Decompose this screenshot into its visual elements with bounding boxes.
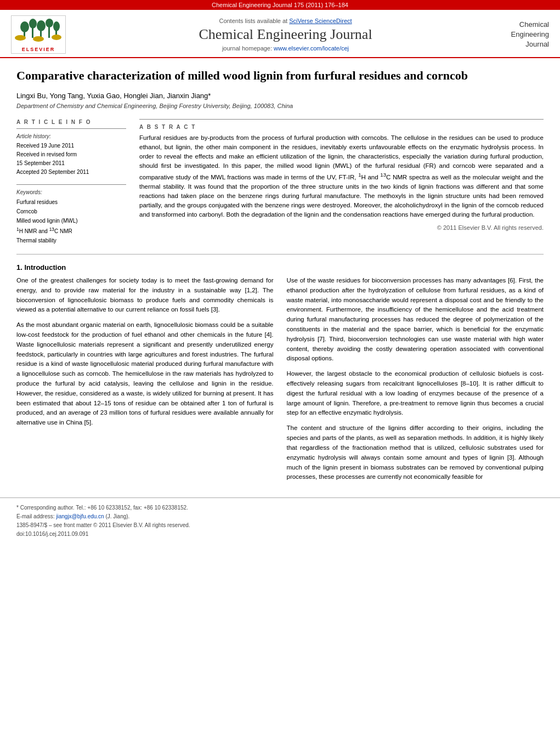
- svg-rect-7: [32, 27, 33, 38]
- journal-title: Chemical Engineering Journal: [77, 26, 494, 43]
- journal-side-title: Chemical Engineering Journal: [494, 20, 549, 50]
- keyword-3: Milled wood lignin (MWL): [16, 216, 126, 225]
- svg-point-3: [37, 20, 46, 31]
- journal-header-center: Contents lists available at SciVerse Sci…: [77, 18, 494, 52]
- svg-point-4: [46, 19, 53, 27]
- svg-point-1: [20, 21, 29, 32]
- authors: Lingxi Bu, Yong Tang, Yuxia Gao, Honglei…: [16, 92, 544, 100]
- intro-heading: 1. Introduction: [16, 263, 544, 271]
- accepted: Accepted 20 September 2011: [16, 168, 126, 177]
- abstract-col: A B S T R A C T Furfural residues are by…: [139, 119, 544, 245]
- intro-para-5: The content and structure of the lignins…: [287, 423, 544, 482]
- sciverse-prefix: Contents lists available at: [219, 18, 289, 24]
- footnote-issn: 1385-8947/$ – see front matter © 2011 El…: [16, 521, 544, 530]
- intro-two-col: One of the greatest challenges for socie…: [16, 276, 544, 488]
- page-wrapper: Chemical Engineering Journal 175 (2011) …: [0, 0, 560, 741]
- intro-para-2: As the most abundant organic material on…: [16, 320, 274, 428]
- intro-right-col: Use of the waste residues for bioconvers…: [287, 276, 544, 488]
- copyright-line: © 2011 Elsevier B.V. All rights reserved…: [139, 224, 544, 231]
- article-title: Comparative characterization of milled w…: [16, 68, 544, 84]
- abstract-box: A B S T R A C T Furfural residues are by…: [139, 119, 544, 231]
- doi-line: doi:10.1016/j.cej.2011.09.091: [16, 531, 88, 537]
- abstract-text: Furfural residues are by-products from t…: [139, 133, 544, 220]
- keyword-4: 1H NMR and 13C NMR: [16, 225, 126, 236]
- side-title-line2: Engineering: [511, 30, 549, 38]
- svg-point-12: [33, 36, 44, 42]
- journal-top-bar: Chemical Engineering Journal 175 (2011) …: [0, 0, 560, 10]
- footer-area: * Corresponding author. Tel.: +86 10 623…: [0, 497, 560, 542]
- homepage-prefix: journal homepage:: [222, 45, 274, 52]
- svg-point-11: [15, 35, 26, 41]
- article-content: Comparative characterization of milled w…: [0, 58, 560, 493]
- received-2: Received in revised form: [16, 150, 126, 159]
- elsevier-tree-icon: [14, 17, 63, 46]
- email-name: (J. Jiang).: [105, 513, 129, 519]
- article-history-box: Article history: Received 19 June 2011 R…: [16, 128, 126, 177]
- intro-para-3: Use of the waste residues for bioconvers…: [287, 276, 544, 364]
- email-address[interactable]: jiangjx@bjfu.edu.cn: [56, 513, 104, 519]
- footnote-corresponding: * Corresponding author. Tel.: +86 10 623…: [16, 504, 544, 512]
- journal-header: ELSEVIER Contents lists available at Sci…: [0, 10, 560, 58]
- sciverse-link[interactable]: Contents lists available at SciVerse Sci…: [77, 18, 494, 24]
- keyword-2: Corncob: [16, 207, 126, 216]
- journal-citation: Chemical Engineering Journal 175 (2011) …: [212, 2, 348, 8]
- elsevier-logo: ELSEVIER: [11, 15, 66, 54]
- sciverse-link-text[interactable]: SciVerse ScienceDirect: [289, 18, 352, 24]
- svg-point-13: [52, 35, 61, 40]
- homepage-url[interactable]: www.elsevier.com/locate/cej: [274, 45, 349, 52]
- side-title-line1: Chemical: [519, 20, 549, 29]
- elsevier-brand-text: ELSEVIER: [22, 47, 55, 52]
- journal-homepage: journal homepage: www.elsevier.com/locat…: [77, 45, 494, 52]
- svg-point-5: [53, 21, 60, 31]
- received-2-date: 15 September 2011: [16, 159, 126, 168]
- footnote-email: E-mail address: jiangjx@bjfu.edu.cn (J. …: [16, 512, 544, 521]
- abstract-label: A B S T R A C T: [139, 124, 544, 130]
- keywords-box: Keywords: Furfural residues Corncob Mill…: [16, 184, 126, 245]
- side-title-line3: Journal: [525, 40, 549, 48]
- star-note: * Corresponding author. Tel.: +86 10 623…: [16, 505, 188, 511]
- keyword-1: Furfural residues: [16, 197, 126, 207]
- svg-rect-9: [48, 27, 50, 38]
- intro-para-4: However, the largest obstacle to the eco…: [287, 369, 544, 418]
- received-1: Received 19 June 2011: [16, 142, 126, 150]
- issn-line: 1385-8947/$ – see front matter © 2011 El…: [16, 522, 190, 528]
- svg-point-2: [29, 19, 37, 29]
- intro-para-1: One of the greatest challenges for socie…: [16, 276, 274, 315]
- introduction-section: 1. Introduction One of the greatest chal…: [16, 263, 544, 488]
- email-label: E-mail address:: [16, 513, 54, 519]
- affiliation: Department of Chemistry and Chemical Eng…: [16, 103, 544, 109]
- article-info-col: A R T I C L E I N F O Article history: R…: [16, 119, 126, 245]
- article-info-label: A R T I C L E I N F O: [16, 119, 126, 125]
- keyword-5: Thermal stability: [16, 236, 126, 245]
- keywords-label: Keywords:: [16, 189, 126, 195]
- footnote-doi: doi:10.1016/j.cej.2011.09.091: [16, 530, 544, 539]
- history-label: Article history:: [16, 133, 126, 139]
- section-divider: [16, 254, 544, 254]
- article-info-abstract: A R T I C L E I N F O Article history: R…: [16, 119, 544, 245]
- intro-left-col: One of the greatest challenges for socie…: [16, 276, 274, 488]
